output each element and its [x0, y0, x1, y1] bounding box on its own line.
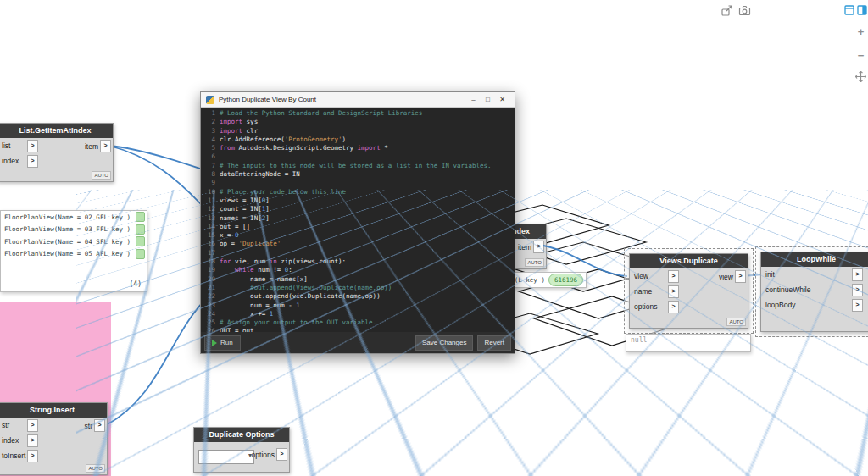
- code-line: 17: [203, 249, 515, 257]
- views-duplicate-result-preview: null: [626, 334, 751, 352]
- code-line: 23 num = num - 1: [203, 302, 515, 310]
- node-views-duplicate[interactable]: Views.Duplicate view name options view A…: [629, 253, 748, 329]
- revert-button[interactable]: Revert: [477, 335, 511, 351]
- node-title[interactable]: Duplicate Options: [194, 428, 289, 442]
- port-out-icon[interactable]: [94, 419, 105, 432]
- node-duplicate-options[interactable]: Duplicate Options options: [193, 427, 290, 473]
- preview-text: (L key ): [515, 276, 545, 284]
- output-str: str: [85, 422, 92, 430]
- port-in-icon[interactable]: [668, 285, 679, 298]
- dynamo-workspace: List.GetItemAtIndex list index item AUTO…: [0, 0, 868, 476]
- code-line: 6: [203, 152, 515, 161]
- panel-right-icon[interactable]: [857, 3, 867, 21]
- line-number: 17: [203, 249, 215, 257]
- port-in-icon[interactable]: [852, 284, 863, 296]
- lacing-badge[interactable]: AUTO: [86, 464, 105, 473]
- node-title[interactable]: Views.Duplicate: [630, 254, 748, 268]
- code-line: 12count = IN[1]: [203, 205, 515, 213]
- input-toinsert: toInsert: [2, 451, 27, 460]
- port-out-icon[interactable]: [276, 448, 287, 461]
- minimize-button[interactable]: –: [466, 93, 481, 107]
- code-line: 14out = []: [203, 223, 515, 231]
- python-editor-titlebar[interactable]: Python Duplicate View By Count – □ ✕: [201, 92, 515, 108]
- line-number: 21: [203, 284, 215, 292]
- line-number: 8: [203, 170, 215, 179]
- line-number: 11: [203, 196, 215, 205]
- list-preview-bubble: FloorPlanView(Name = 02 GFL key )FloorPl…: [0, 210, 147, 292]
- port-out-icon[interactable]: [735, 270, 746, 283]
- code-editor[interactable]: 1# Load the Python Standard and DesignSc…: [201, 108, 515, 332]
- port-in-icon[interactable]: [668, 301, 679, 313]
- input-view: view: [634, 272, 668, 280]
- value-indicator: [136, 212, 145, 222]
- code-line: 20 name = names[x]: [203, 275, 515, 284]
- value-indicator: [136, 236, 145, 246]
- port-in-icon[interactable]: [27, 450, 38, 462]
- lacing-badge[interactable]: AUTO: [726, 318, 746, 326]
- line-number: 5: [203, 144, 215, 152]
- node-loopwhile[interactable]: LoopWhile init continueWhile loopBody: [760, 252, 868, 332]
- maximize-button[interactable]: □: [481, 93, 495, 107]
- node-title[interactable]: String.Insert: [0, 403, 107, 418]
- line-number: 13: [203, 214, 215, 223]
- camera-export-icon[interactable]: [737, 3, 752, 18]
- line-number: 16: [203, 240, 215, 248]
- port-out-icon[interactable]: [100, 140, 111, 152]
- line-number: 22: [203, 292, 215, 301]
- preview-rows: FloorPlanView(Name = 02 GFL key )FloorPl…: [1, 211, 147, 260]
- line-number: 9: [203, 179, 215, 187]
- value-indicator: [136, 249, 145, 259]
- line-number: 1: [203, 109, 215, 118]
- port-in-icon[interactable]: [27, 419, 38, 432]
- input-str: str: [2, 421, 27, 429]
- pan-crosshair-icon[interactable]: [854, 71, 867, 85]
- input-continuewhile: continueWhile: [765, 285, 810, 294]
- port-in-icon[interactable]: [27, 140, 38, 152]
- element-id-badge[interactable]: 616196: [548, 274, 583, 286]
- port-in-icon[interactable]: [27, 434, 38, 447]
- port-in-icon[interactable]: [852, 268, 863, 281]
- python-editor-window[interactable]: Python Duplicate View By Count – □ ✕ 1# …: [200, 91, 515, 354]
- export-workspace-icon[interactable]: [720, 3, 734, 18]
- line-number: 2: [203, 118, 215, 126]
- zoom-in-button[interactable]: +: [854, 25, 867, 38]
- port-in-icon[interactable]: [852, 299, 863, 312]
- line-number: 4: [203, 136, 215, 144]
- line-number: 14: [203, 223, 215, 231]
- panel-left-icon[interactable]: [844, 3, 854, 21]
- line-number: 3: [203, 127, 215, 136]
- line-number: 15: [203, 231, 215, 240]
- run-button[interactable]: Run: [204, 335, 241, 351]
- workspace-toolbar: [720, 3, 752, 18]
- port-in-icon[interactable]: [27, 155, 38, 168]
- node-list-getitematindex[interactable]: List.GetItemAtIndex list index item AUTO: [0, 123, 114, 182]
- node-string-insert[interactable]: String.Insert str index toInsert str AUT…: [0, 402, 108, 475]
- options-dropdown[interactable]: [198, 450, 254, 464]
- line-number: 24: [203, 310, 215, 318]
- input-init: init: [765, 270, 791, 279]
- input-loopbody: loopBody: [765, 301, 795, 309]
- lacing-badge[interactable]: AUTO: [525, 258, 544, 267]
- input-list: list: [2, 141, 27, 150]
- port-in-icon[interactable]: [668, 270, 679, 283]
- panel-toggle-icons: [844, 3, 867, 21]
- code-line: 2import sys: [203, 118, 515, 126]
- python-editor-footer: Run Save Changes Revert: [201, 332, 515, 353]
- input-name: name: [634, 287, 668, 296]
- code-line: 7# The inputs to this node will be store…: [203, 162, 515, 170]
- value-indicator: [136, 224, 145, 235]
- code-line: 22 out.append(vie.Duplicate(name,op)): [203, 292, 515, 301]
- node-title[interactable]: LoopWhile: [761, 252, 868, 267]
- save-changes-button[interactable]: Save Changes: [415, 335, 473, 351]
- close-button[interactable]: ✕: [495, 93, 509, 107]
- code-line: 24 x += 1: [203, 310, 515, 318]
- code-line: 15x = 0: [203, 231, 515, 240]
- code-line: 11views = IN[0]: [203, 196, 515, 205]
- lacing-badge[interactable]: AUTO: [92, 171, 111, 180]
- zoom-out-button[interactable]: −: [854, 49, 867, 62]
- node-title[interactable]: List.GetItemAtIndex: [0, 124, 113, 138]
- code-line: 18for vie, num in zip(views,count):: [203, 257, 515, 266]
- port-out-icon[interactable]: [533, 241, 544, 253]
- code-line: 4clr.AddReference('ProtoGeometry'): [203, 136, 515, 144]
- window-title: Python Duplicate View By Count: [219, 96, 316, 103]
